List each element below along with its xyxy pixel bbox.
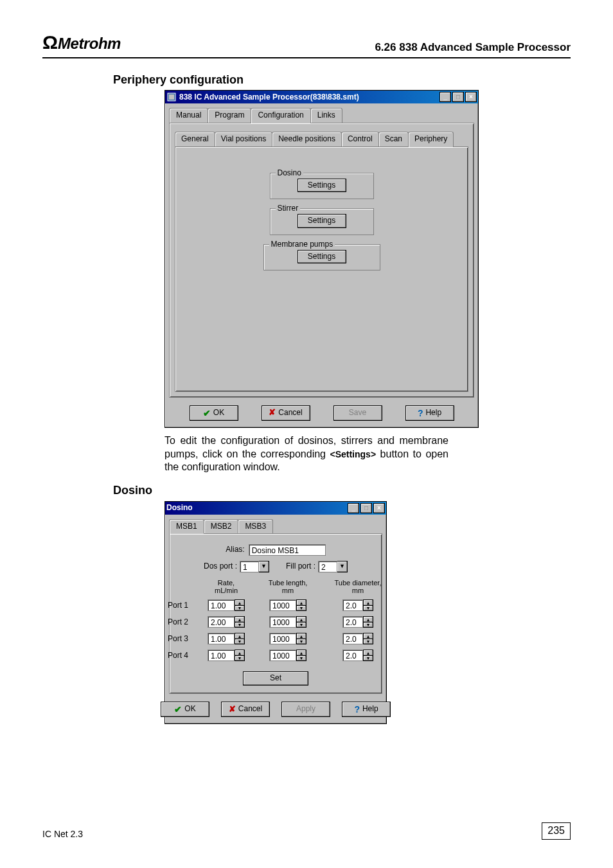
port4-tubedia-value[interactable]: 2.0 <box>342 650 363 661</box>
port4-rate[interactable]: 1.00▲▼ <box>200 650 252 661</box>
dosino-help-button[interactable]: ?Help <box>342 702 391 717</box>
periphery-cancel-button[interactable]: ✘Cancel <box>262 405 310 421</box>
chevron-down-icon[interactable]: ▼ <box>259 561 269 572</box>
page-footer: IC Net 2.3 235 <box>42 822 571 840</box>
spin-up-icon[interactable]: ▲ <box>296 650 306 656</box>
membrane-settings-button[interactable]: Settings <box>298 250 346 264</box>
dosino-close-button[interactable]: × <box>373 503 385 513</box>
port4-tubedia[interactable]: 2.0▲▼ <box>324 650 392 661</box>
port4-label: Port 4 <box>159 651 197 661</box>
port4-tubelen[interactable]: 1000▲▼ <box>256 650 320 661</box>
port2-tubedia-value[interactable]: 2.0 <box>342 616 363 628</box>
tab-general[interactable]: General <box>175 132 215 146</box>
brand-text: Metrohm <box>58 33 121 53</box>
dosport-label: Dos port : <box>204 562 237 572</box>
port1-tubedia-value[interactable]: 2.0 <box>342 599 363 611</box>
dosino-ok-button[interactable]: ✔OK <box>161 702 209 717</box>
periphery-ok-button[interactable]: ✔OK <box>190 405 238 421</box>
tab-periphery[interactable]: Periphery <box>408 132 454 147</box>
spin-down-icon[interactable]: ▼ <box>296 623 306 628</box>
spin-up-icon[interactable]: ▲ <box>363 616 373 623</box>
spin-up-icon[interactable]: ▲ <box>296 616 306 623</box>
periphery-outer-tabs: Manual Program Configuration Links <box>165 103 478 123</box>
dosino-titlebar: Dosino _ □ × <box>165 502 386 515</box>
periphery-help-button[interactable]: ?Help <box>405 405 454 421</box>
dosino-apply-button[interactable]: Apply <box>281 702 330 717</box>
port2-rate[interactable]: 2.00▲▼ <box>200 616 252 628</box>
tab-control[interactable]: Control <box>341 132 379 146</box>
port1-tubelen-value[interactable]: 1000 <box>269 599 296 611</box>
spin-down-icon[interactable]: ▼ <box>235 606 245 612</box>
chapter-title: 6.26 838 Advanced Sample Processor <box>375 40 571 55</box>
dosport-value[interactable]: 1 <box>240 561 259 572</box>
spin-down-icon[interactable]: ▼ <box>296 639 306 645</box>
port4-rate-value[interactable]: 1.00 <box>208 650 235 661</box>
dosino-tabs: MSB1 MSB2 MSB3 <box>165 515 386 534</box>
dosino-maximize-button[interactable]: □ <box>360 503 372 513</box>
spin-down-icon[interactable]: ▼ <box>363 656 373 662</box>
close-button[interactable]: × <box>465 92 477 102</box>
dosino-minimize-button[interactable]: _ <box>348 503 359 513</box>
minimize-button[interactable]: _ <box>440 92 451 102</box>
spin-up-icon[interactable]: ▲ <box>363 650 373 656</box>
port3-tubelen[interactable]: 1000▲▼ <box>256 633 320 644</box>
tab-links[interactable]: Links <box>310 108 342 123</box>
port3-tubedia-value[interactable]: 2.0 <box>342 633 363 644</box>
tab-configuration[interactable]: Configuration <box>251 108 310 123</box>
dosino-cancel-button[interactable]: ✘Cancel <box>221 702 270 717</box>
spin-down-icon[interactable]: ▼ <box>235 623 245 628</box>
tab-msb1[interactable]: MSB1 <box>169 519 204 535</box>
spin-up-icon[interactable]: ▲ <box>235 599 245 606</box>
spin-down-icon[interactable]: ▼ <box>363 623 373 628</box>
tab-needle-positions[interactable]: Needle positions <box>272 132 342 146</box>
spin-down-icon[interactable]: ▼ <box>235 656 245 662</box>
port1-rate-value[interactable]: 1.00 <box>208 599 235 611</box>
port3-tubedia[interactable]: 2.0▲▼ <box>324 633 392 644</box>
port1-tubelen[interactable]: 1000▲▼ <box>256 599 320 611</box>
svg-rect-1 <box>169 94 174 100</box>
spin-down-icon[interactable]: ▼ <box>363 639 373 645</box>
chevron-down-icon[interactable]: ▼ <box>337 561 348 572</box>
fillport-combo[interactable]: 2 ▼ <box>318 561 348 572</box>
tab-program[interactable]: Program <box>208 108 251 123</box>
dosport-combo[interactable]: 1 ▼ <box>240 561 269 572</box>
periphery-paragraph: To edit the configuration of dosinos, st… <box>164 434 449 474</box>
port2-tubelen-value[interactable]: 1000 <box>269 616 296 628</box>
spin-down-icon[interactable]: ▼ <box>296 606 306 612</box>
spin-up-icon[interactable]: ▲ <box>363 599 373 606</box>
periphery-save-button[interactable]: Save <box>333 405 382 421</box>
spin-up-icon[interactable]: ▲ <box>363 633 373 639</box>
port1-rate[interactable]: 1.00▲▼ <box>200 599 252 611</box>
stirrer-settings-button[interactable]: Settings <box>298 214 346 228</box>
port2-tubedia[interactable]: 2.0▲▼ <box>324 616 392 628</box>
spin-up-icon[interactable]: ▲ <box>235 616 245 623</box>
port2-tubelen[interactable]: 1000▲▼ <box>256 616 320 628</box>
spin-up-icon[interactable]: ▲ <box>235 633 245 639</box>
port3-rate-value[interactable]: 1.00 <box>208 633 235 644</box>
port2-rate-value[interactable]: 2.00 <box>208 616 235 628</box>
tab-msb2[interactable]: MSB2 <box>204 519 239 534</box>
spin-down-icon[interactable]: ▼ <box>363 606 373 612</box>
port3-tubelen-value[interactable]: 1000 <box>269 633 296 644</box>
fillport-value[interactable]: 2 <box>318 561 337 572</box>
port4-tubelen-value[interactable]: 1000 <box>269 650 296 661</box>
maximize-button[interactable]: □ <box>452 92 464 102</box>
tab-vial-positions[interactable]: Vial positions <box>215 132 273 146</box>
tab-scan[interactable]: Scan <box>378 132 409 146</box>
ok-label: OK <box>184 704 195 714</box>
spin-down-icon[interactable]: ▼ <box>235 639 245 645</box>
tab-msb3[interactable]: MSB3 <box>238 519 273 534</box>
port1-tubedia[interactable]: 2.0▲▼ <box>324 599 392 611</box>
set-button[interactable]: Set <box>243 671 308 686</box>
dosino-title-text: Dosino <box>166 503 193 513</box>
spin-up-icon[interactable]: ▲ <box>296 599 306 606</box>
question-icon: ? <box>418 407 423 419</box>
spin-down-icon[interactable]: ▼ <box>296 656 306 662</box>
spin-up-icon[interactable]: ▲ <box>296 633 306 639</box>
alias-input[interactable]: Dosino MSB1 <box>249 544 326 556</box>
tab-manual[interactable]: Manual <box>169 108 208 123</box>
dosino-settings-button[interactable]: Settings <box>298 179 346 193</box>
periphery-outer-panel: General Vial positions Needle positions … <box>169 123 474 398</box>
port3-rate[interactable]: 1.00▲▼ <box>200 633 252 644</box>
spin-up-icon[interactable]: ▲ <box>235 650 245 656</box>
